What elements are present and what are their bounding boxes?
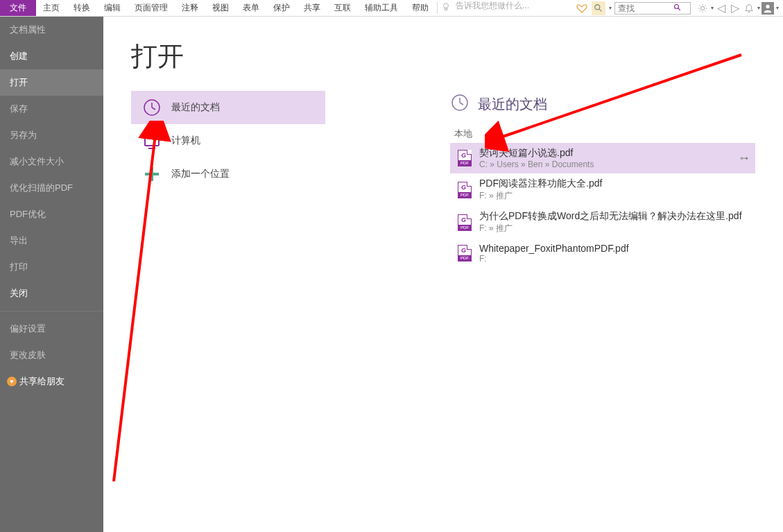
menu-separator	[437, 2, 438, 14]
menu-convert[interactable]: 转换	[67, 0, 97, 16]
sidebar: 文档属性 创建 打开 保存 另存为 减小文件大小 优化扫描的PDF PDF优化 …	[0, 17, 103, 532]
chevron-down-icon[interactable]: ▾	[609, 5, 612, 11]
chevron-down-icon[interactable]: ▾	[776, 5, 779, 11]
svg-point-6	[700, 6, 704, 10]
file-name: PDF阅读器注释功能大全.pdf	[479, 178, 602, 190]
menu-connect[interactable]: 互联	[327, 0, 358, 16]
file-info: PDF阅读器注释功能大全.pdf F: » 推广	[479, 178, 602, 202]
pin-icon[interactable]: ⊶	[740, 153, 748, 163]
opt-recent-label: 最近的文档	[171, 101, 220, 114]
file-row-2[interactable]: GPDF PDF阅读器注释功能大全.pdf F: » 推广	[450, 173, 755, 206]
menu-help[interactable]: 帮助	[405, 0, 436, 16]
search-icon[interactable]	[671, 3, 685, 13]
menu-form[interactable]: 表单	[236, 0, 266, 16]
pdf-icon: GPDF	[457, 243, 472, 263]
computer-icon	[142, 131, 162, 151]
menu-share-tab[interactable]: 共享	[297, 0, 327, 16]
side-reduce-size[interactable]: 减小文件大小	[0, 148, 103, 175]
file-row-1[interactable]: GPDF 契诃夫短篇小说选.pdf C: » Users » Ben » Doc…	[450, 143, 755, 173]
toolbar-icons: ▾ ◁ ▷ ▾ ▾	[696, 2, 779, 15]
side-change-skin[interactable]: 更改皮肤	[0, 342, 103, 368]
content-area: 打开 最近的文档 计算机 添加一个位置	[103, 17, 783, 532]
side-share-friends[interactable]: ♥ 共享给朋友	[0, 368, 103, 395]
file-path: C: » Users » Ben » Documents	[479, 160, 594, 169]
search-box[interactable]	[614, 2, 691, 15]
file-path: F: » 推广	[479, 190, 602, 202]
bell-icon[interactable]	[743, 2, 755, 15]
svg-line-11	[152, 108, 155, 110]
open-options: 最近的文档 计算机 添加一个位置	[131, 91, 325, 191]
svg-line-3	[599, 8, 602, 11]
opt-computer[interactable]: 计算机	[131, 124, 325, 157]
menubar: 文件 主页 转换 编辑 页面管理 注释 视图 表单 保护 共享 互联 辅助工具 …	[0, 0, 783, 17]
menu-assist[interactable]: 辅助工具	[358, 0, 405, 16]
opt-add-location[interactable]: 添加一个位置	[131, 157, 325, 191]
opt-recent-docs[interactable]: 最近的文档	[131, 91, 325, 124]
heart-badge-icon: ♥	[7, 377, 17, 386]
menu-edit[interactable]: 编辑	[97, 0, 128, 16]
user-avatar-icon[interactable]	[762, 2, 774, 15]
side-create[interactable]: 创建	[0, 43, 103, 69]
nav-next-icon[interactable]: ▷	[729, 2, 741, 15]
file-path: F: » 推广	[479, 223, 742, 234]
side-pdf-optimize[interactable]: PDF优化	[0, 201, 103, 228]
search-highlight-icon[interactable]	[592, 1, 605, 15]
recent-docs-panel: 最近的文档 本地 GPDF 契诃夫短篇小说选.pdf C: » Users » …	[450, 93, 755, 268]
file-name: 契诃夫短篇小说选.pdf	[479, 147, 594, 160]
file-row-4[interactable]: GPDF Whitepaper_FoxitPhantomPDF.pdf F:	[450, 239, 755, 268]
side-optimize-scan[interactable]: 优化扫描的PDF	[0, 175, 103, 201]
menu-annotate[interactable]: 注释	[175, 0, 205, 16]
search-input[interactable]	[615, 3, 671, 13]
side-open[interactable]: 打开	[0, 69, 103, 96]
bulb-icon[interactable]	[439, 0, 453, 14]
side-preferences[interactable]: 偏好设置	[0, 316, 103, 342]
menu-protect[interactable]: 保护	[266, 0, 297, 16]
tell-me-hint[interactable]: 告诉我您想做什么...	[456, 0, 529, 16]
menu-file[interactable]: 文件	[0, 0, 36, 16]
clock-icon	[142, 98, 162, 117]
section-local-label: 本地	[454, 128, 755, 140]
opt-computer-label: 计算机	[171, 135, 200, 147]
side-export[interactable]: 导出	[0, 228, 103, 254]
file-info: 为什么PDF转换成Word之后却无法编辑？解决办法在这里.pdf F: » 推广	[479, 210, 742, 234]
opt-add-location-label: 添加一个位置	[171, 168, 230, 180]
chevron-down-icon[interactable]: ▾	[757, 5, 760, 11]
plus-icon	[142, 164, 162, 184]
file-name: 为什么PDF转换成Word之后却无法编辑？解决办法在这里.pdf	[479, 210, 742, 223]
pdf-icon: GPDF	[457, 180, 472, 200]
svg-point-0	[444, 3, 449, 8]
heart-icon[interactable]	[575, 1, 589, 15]
gear-icon[interactable]	[696, 2, 709, 15]
clock-icon	[450, 93, 470, 115]
svg-point-4	[675, 4, 679, 8]
side-save-as[interactable]: 另存为	[0, 122, 103, 148]
svg-line-5	[678, 8, 680, 10]
file-info: 契诃夫短篇小说选.pdf C: » Users » Ben » Document…	[479, 147, 594, 169]
file-path: F:	[479, 254, 629, 264]
pdf-icon: GPDF	[457, 148, 472, 168]
menu-page-mgmt[interactable]: 页面管理	[128, 0, 175, 16]
side-close[interactable]: 关闭	[0, 280, 103, 307]
nav-prev-icon[interactable]: ◁	[715, 2, 728, 15]
svg-point-2	[595, 4, 600, 9]
chevron-down-icon[interactable]: ▾	[711, 5, 714, 11]
side-separator	[0, 311, 103, 311]
file-name: Whitepaper_FoxitPhantomPDF.pdf	[479, 243, 629, 254]
menu-right-group: ▾ ▾ ◁ ▷ ▾ ▾	[575, 0, 783, 16]
svg-line-14	[460, 103, 463, 105]
svg-point-8	[766, 4, 769, 8]
side-doc-properties[interactable]: 文档属性	[0, 17, 103, 43]
recent-header: 最近的文档	[450, 93, 755, 115]
side-save[interactable]: 保存	[0, 96, 103, 122]
pdf-icon: GPDF	[457, 213, 472, 232]
file-row-3[interactable]: GPDF 为什么PDF转换成Word之后却无法编辑？解决办法在这里.pdf F:…	[450, 206, 755, 239]
page-title: 打开	[131, 39, 755, 74]
menu-home[interactable]: 主页	[36, 0, 67, 16]
svg-point-7	[748, 11, 750, 12]
main-area: 文档属性 创建 打开 保存 另存为 减小文件大小 优化扫描的PDF PDF优化 …	[0, 17, 783, 532]
menu-view[interactable]: 视图	[205, 0, 236, 16]
side-print[interactable]: 打印	[0, 254, 103, 280]
svg-rect-1	[445, 8, 447, 10]
side-share-label: 共享给朋友	[19, 375, 64, 388]
file-info: Whitepaper_FoxitPhantomPDF.pdf F:	[479, 243, 629, 264]
